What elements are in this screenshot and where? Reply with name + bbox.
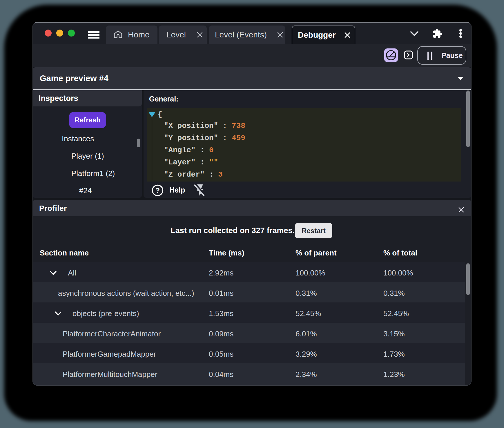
svg-text:?: ?: [155, 186, 160, 194]
